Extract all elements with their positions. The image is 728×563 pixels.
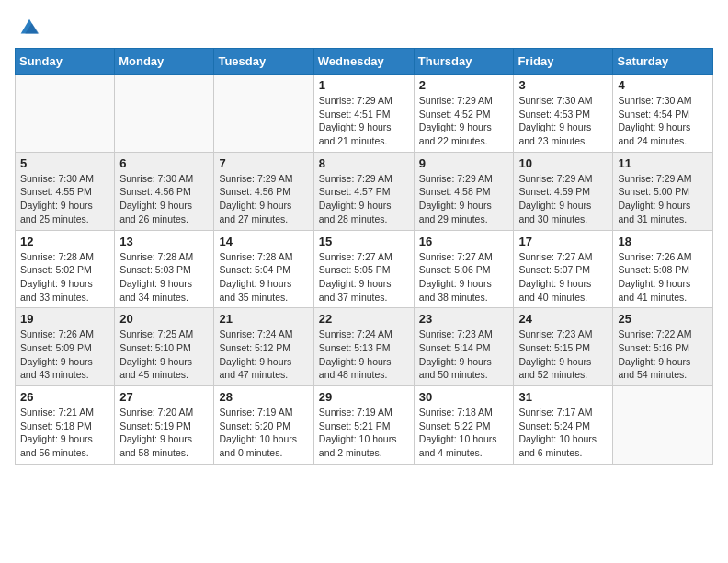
calendar-cell: 12Sunrise: 7:28 AM Sunset: 5:02 PM Dayli… [16, 230, 115, 308]
day-info: Sunrise: 7:29 AM Sunset: 4:51 PM Dayligh… [319, 94, 409, 148]
day-number: 24 [518, 312, 608, 326]
header [15, 15, 713, 40]
day-info: Sunrise: 7:30 AM Sunset: 4:55 PM Dayligh… [20, 172, 109, 226]
calendar-cell: 4Sunrise: 7:30 AM Sunset: 4:54 PM Daylig… [613, 75, 713, 153]
day-number: 18 [618, 235, 708, 248]
day-info: Sunrise: 7:27 AM Sunset: 5:05 PM Dayligh… [319, 250, 409, 304]
day-info: Sunrise: 7:19 AM Sunset: 5:20 PM Dayligh… [219, 406, 308, 460]
weekday-wednesday: Wednesday [313, 49, 414, 75]
calendar-cell [16, 75, 115, 153]
calendar-cell: 26Sunrise: 7:21 AM Sunset: 5:18 PM Dayli… [16, 386, 115, 465]
day-number: 6 [119, 156, 209, 170]
day-info: Sunrise: 7:29 AM Sunset: 4:58 PM Dayligh… [419, 172, 509, 226]
week-row-1: 1Sunrise: 7:29 AM Sunset: 4:51 PM Daylig… [16, 75, 713, 153]
day-info: Sunrise: 7:26 AM Sunset: 5:09 PM Dayligh… [20, 327, 109, 382]
day-number: 22 [319, 312, 409, 326]
day-info: Sunrise: 7:28 AM Sunset: 5:04 PM Dayligh… [219, 250, 308, 304]
weekday-header-row: SundayMondayTuesdayWednesdayThursdayFrid… [16, 49, 713, 75]
calendar-cell: 7Sunrise: 7:29 AM Sunset: 4:56 PM Daylig… [214, 152, 313, 230]
day-number: 7 [219, 156, 308, 170]
day-number: 27 [119, 390, 209, 404]
calendar-cell: 11Sunrise: 7:29 AM Sunset: 5:00 PM Dayli… [613, 152, 713, 230]
calendar-cell: 3Sunrise: 7:30 AM Sunset: 4:53 PM Daylig… [514, 75, 613, 153]
day-info: Sunrise: 7:19 AM Sunset: 5:21 PM Dayligh… [319, 406, 409, 460]
day-info: Sunrise: 7:25 AM Sunset: 5:10 PM Dayligh… [119, 327, 209, 382]
calendar-cell: 2Sunrise: 7:29 AM Sunset: 4:52 PM Daylig… [414, 75, 514, 153]
day-info: Sunrise: 7:26 AM Sunset: 5:08 PM Dayligh… [618, 250, 708, 304]
day-info: Sunrise: 7:29 AM Sunset: 4:59 PM Dayligh… [518, 172, 608, 226]
calendar-cell: 13Sunrise: 7:28 AM Sunset: 5:03 PM Dayli… [115, 230, 214, 308]
calendar-cell [613, 386, 713, 465]
day-info: Sunrise: 7:24 AM Sunset: 5:12 PM Dayligh… [219, 327, 308, 382]
day-info: Sunrise: 7:17 AM Sunset: 5:24 PM Dayligh… [518, 406, 608, 460]
day-number: 21 [219, 312, 308, 326]
weekday-monday: Monday [115, 49, 214, 75]
calendar-cell: 27Sunrise: 7:20 AM Sunset: 5:19 PM Dayli… [115, 386, 214, 465]
logo-icon [17, 15, 42, 40]
day-number: 4 [618, 78, 708, 92]
day-number: 30 [419, 390, 509, 404]
page: SundayMondayTuesdayWednesdayThursdayFrid… [0, 0, 728, 472]
logo [15, 15, 42, 40]
calendar-cell: 10Sunrise: 7:29 AM Sunset: 4:59 PM Dayli… [514, 152, 613, 230]
day-info: Sunrise: 7:30 AM Sunset: 4:54 PM Dayligh… [618, 94, 708, 148]
calendar-cell: 28Sunrise: 7:19 AM Sunset: 5:20 PM Dayli… [214, 386, 313, 465]
day-number: 17 [518, 235, 608, 248]
day-number: 25 [618, 312, 708, 326]
calendar-cell: 14Sunrise: 7:28 AM Sunset: 5:04 PM Dayli… [214, 230, 313, 308]
calendar-cell: 23Sunrise: 7:23 AM Sunset: 5:14 PM Dayli… [414, 308, 514, 386]
calendar-cell: 24Sunrise: 7:23 AM Sunset: 5:15 PM Dayli… [514, 308, 613, 386]
calendar-cell: 15Sunrise: 7:27 AM Sunset: 5:05 PM Dayli… [313, 230, 414, 308]
day-number: 10 [518, 156, 608, 170]
day-info: Sunrise: 7:29 AM Sunset: 5:00 PM Dayligh… [618, 172, 708, 226]
calendar-cell: 21Sunrise: 7:24 AM Sunset: 5:12 PM Dayli… [214, 308, 313, 386]
day-info: Sunrise: 7:27 AM Sunset: 5:07 PM Dayligh… [518, 250, 608, 304]
calendar-cell: 18Sunrise: 7:26 AM Sunset: 5:08 PM Dayli… [613, 230, 713, 308]
day-info: Sunrise: 7:29 AM Sunset: 4:56 PM Dayligh… [219, 172, 308, 226]
calendar-cell: 9Sunrise: 7:29 AM Sunset: 4:58 PM Daylig… [414, 152, 514, 230]
day-info: Sunrise: 7:23 AM Sunset: 5:14 PM Dayligh… [419, 327, 509, 382]
day-info: Sunrise: 7:27 AM Sunset: 5:06 PM Dayligh… [419, 250, 509, 304]
day-info: Sunrise: 7:18 AM Sunset: 5:22 PM Dayligh… [419, 406, 509, 460]
day-number: 12 [20, 235, 109, 248]
weekday-friday: Friday [514, 49, 613, 75]
calendar-cell: 19Sunrise: 7:26 AM Sunset: 5:09 PM Dayli… [16, 308, 115, 386]
day-number: 31 [518, 390, 608, 404]
calendar-cell: 8Sunrise: 7:29 AM Sunset: 4:57 PM Daylig… [313, 152, 414, 230]
day-info: Sunrise: 7:28 AM Sunset: 5:03 PM Dayligh… [119, 250, 209, 304]
day-number: 15 [319, 235, 409, 248]
week-row-4: 19Sunrise: 7:26 AM Sunset: 5:09 PM Dayli… [16, 308, 713, 386]
day-info: Sunrise: 7:29 AM Sunset: 4:52 PM Dayligh… [419, 94, 509, 148]
weekday-saturday: Saturday [613, 49, 713, 75]
day-number: 2 [419, 78, 509, 92]
day-info: Sunrise: 7:22 AM Sunset: 5:16 PM Dayligh… [618, 327, 708, 382]
day-info: Sunrise: 7:28 AM Sunset: 5:02 PM Dayligh… [20, 250, 109, 304]
day-number: 16 [419, 235, 509, 248]
day-number: 13 [119, 235, 209, 248]
calendar-cell: 20Sunrise: 7:25 AM Sunset: 5:10 PM Dayli… [115, 308, 214, 386]
calendar-cell: 6Sunrise: 7:30 AM Sunset: 4:56 PM Daylig… [115, 152, 214, 230]
calendar-cell [214, 75, 313, 153]
week-row-5: 26Sunrise: 7:21 AM Sunset: 5:18 PM Dayli… [16, 386, 713, 465]
calendar-cell [115, 75, 214, 153]
day-number: 20 [119, 312, 209, 326]
day-number: 1 [319, 78, 409, 92]
day-info: Sunrise: 7:24 AM Sunset: 5:13 PM Dayligh… [319, 327, 409, 382]
calendar-cell: 31Sunrise: 7:17 AM Sunset: 5:24 PM Dayli… [514, 386, 613, 465]
day-number: 29 [319, 390, 409, 404]
day-info: Sunrise: 7:30 AM Sunset: 4:53 PM Dayligh… [518, 94, 608, 148]
day-number: 23 [419, 312, 509, 326]
day-number: 11 [618, 156, 708, 170]
day-number: 8 [319, 156, 409, 170]
day-number: 5 [20, 156, 109, 170]
day-info: Sunrise: 7:30 AM Sunset: 4:56 PM Dayligh… [119, 172, 209, 226]
calendar-cell: 30Sunrise: 7:18 AM Sunset: 5:22 PM Dayli… [414, 386, 514, 465]
weekday-thursday: Thursday [414, 49, 514, 75]
day-info: Sunrise: 7:20 AM Sunset: 5:19 PM Dayligh… [119, 406, 209, 460]
calendar-cell: 17Sunrise: 7:27 AM Sunset: 5:07 PM Dayli… [514, 230, 613, 308]
weekday-tuesday: Tuesday [214, 49, 313, 75]
day-number: 3 [518, 78, 608, 92]
day-number: 28 [219, 390, 308, 404]
day-number: 9 [419, 156, 509, 170]
day-info: Sunrise: 7:29 AM Sunset: 4:57 PM Dayligh… [319, 172, 409, 226]
